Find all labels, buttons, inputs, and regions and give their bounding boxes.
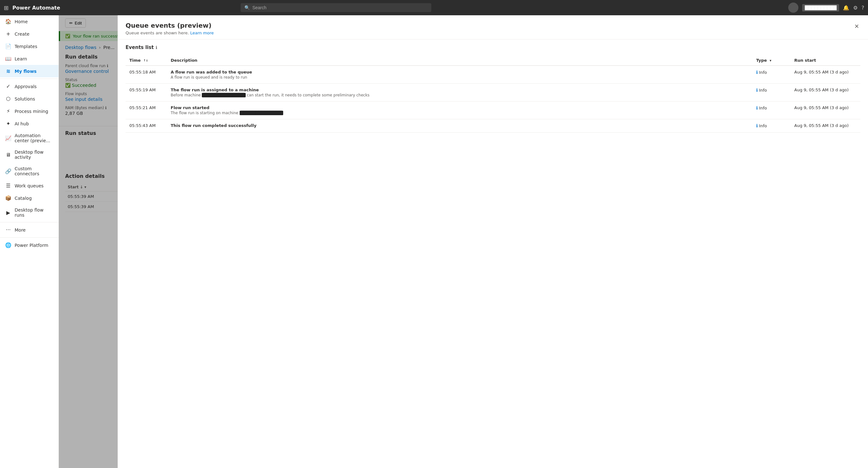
- search-input[interactable]: [252, 5, 428, 10]
- sidebar-item-label: Power Platform: [14, 243, 48, 248]
- templates-icon: 📄: [5, 43, 11, 49]
- panel-close-button[interactable]: ✕: [853, 22, 860, 31]
- grid-icon[interactable]: ⊞: [4, 4, 8, 11]
- app-name: Power Automate: [12, 5, 60, 11]
- events-list-title: Events list ℹ: [126, 45, 860, 50]
- catalog-icon: 📦: [5, 195, 11, 201]
- sidebar-item-learn[interactable]: 📖 Learn: [0, 53, 59, 65]
- sidebar-item-label: Work queues: [14, 183, 43, 188]
- sidebar-item-label: Learn: [14, 56, 27, 61]
- queue-events-panel: Queue events (preview) Queue events are …: [118, 15, 868, 468]
- sidebar-item-solutions[interactable]: ⬡ Solutions: [0, 93, 59, 105]
- col-runstart-header: Run start: [790, 55, 860, 65]
- type-filter-icon[interactable]: ▾: [770, 59, 771, 63]
- sidebar-item-label: AI hub: [14, 121, 29, 126]
- sidebar-divider-3: [0, 237, 59, 238]
- table-row: 05:55:18 AM A flow run was added to the …: [126, 65, 860, 84]
- search-box[interactable]: 🔍: [241, 3, 431, 12]
- event-desc-3: Flow run started The flow run is startin…: [167, 101, 752, 119]
- sidebar-divider: [0, 79, 59, 79]
- event-runstart-4: Aug 9, 05:55 AM (3 d ago): [790, 119, 860, 133]
- sidebar-item-catalog[interactable]: 📦 Catalog: [0, 192, 59, 204]
- col-desc-header: Description: [167, 55, 752, 65]
- sidebar-item-label: Approvals: [14, 84, 36, 89]
- notifications-icon[interactable]: 🔔: [843, 5, 849, 11]
- sidebar-item-label: Automation center (previe...: [14, 133, 53, 143]
- avatar[interactable]: [788, 3, 798, 13]
- redacted-machine-1: ██████████████: [202, 93, 245, 97]
- create-icon: +: [5, 31, 11, 37]
- desktop-flow-runs-icon: ▶: [5, 210, 11, 216]
- help-icon[interactable]: ?: [862, 5, 865, 11]
- sidebar-item-desktop-flow-runs[interactable]: ▶ Desktop flow runs: [0, 204, 59, 221]
- panel-title: Queue events (preview): [126, 22, 214, 29]
- user-name: ██████████: [802, 4, 839, 11]
- event-type-2: ℹ Info: [752, 84, 790, 101]
- sidebar-item-templates[interactable]: 📄 Templates: [0, 40, 59, 53]
- event-desc-2: The flow run is assigned to a machine Be…: [167, 84, 752, 101]
- sidebar-item-desktop-flow-activity[interactable]: 🖥 Desktop flow activity: [0, 146, 59, 163]
- event-desc-1: A flow run was added to the queue A flow…: [167, 65, 752, 84]
- info-icon-1: ℹ: [756, 70, 758, 75]
- settings-icon[interactable]: ⚙: [853, 5, 858, 11]
- event-runstart-3: Aug 9, 05:55 AM (3 d ago): [790, 101, 860, 119]
- topbar: ⊞ Power Automate 🔍 ██████████ 🔔 ⚙ ?: [0, 0, 868, 15]
- learn-icon: 📖: [5, 56, 11, 62]
- panel-header: Queue events (preview) Queue events are …: [118, 15, 868, 39]
- col-time-header: Time ↑↓: [126, 55, 167, 65]
- events-list-info-icon[interactable]: ℹ: [156, 45, 157, 50]
- process-mining-icon: ⚡: [5, 108, 11, 114]
- sidebar-item-automation-center[interactable]: 📈 Automation center (previe...: [0, 130, 59, 146]
- redacted-machine-2: ██████████████: [240, 111, 283, 115]
- sidebar-item-my-flows[interactable]: ≋ My flows: [0, 65, 59, 77]
- sidebar-item-label: My flows: [14, 69, 36, 74]
- sidebar-item-label: Home: [14, 19, 28, 24]
- sidebar-item-custom-connectors[interactable]: 🔗 Custom connectors: [0, 163, 59, 179]
- events-section: Events list ℹ Time ↑↓ Description Type: [118, 39, 868, 468]
- sidebar-item-label: More: [14, 228, 26, 233]
- info-icon-2: ℹ: [756, 87, 758, 93]
- sidebar-item-work-queues[interactable]: ☰ Work queues: [0, 179, 59, 192]
- panel-header-left: Queue events (preview) Queue events are …: [126, 22, 214, 35]
- sidebar-item-label: Custom connectors: [14, 166, 53, 176]
- sidebar-item-create[interactable]: + Create: [0, 28, 59, 40]
- sidebar-item-label: Templates: [14, 44, 37, 49]
- sidebar-item-label: Solutions: [14, 96, 35, 101]
- ai-hub-icon: ✦: [5, 121, 11, 127]
- automation-center-icon: 📈: [5, 135, 11, 141]
- event-type-4: ℹ Info: [752, 119, 790, 133]
- info-icon-3: ℹ: [756, 105, 758, 110]
- search-icon: 🔍: [244, 5, 250, 10]
- sidebar-item-approvals[interactable]: ✓ Approvals: [0, 80, 59, 93]
- event-runstart-1: Aug 9, 05:55 AM (3 d ago): [790, 65, 860, 84]
- work-queues-icon: ☰: [5, 183, 11, 189]
- table-row: 05:55:19 AM The flow run is assigned to …: [126, 84, 860, 101]
- event-type-3: ℹ Info: [752, 101, 790, 119]
- learn-more-link[interactable]: Learn more: [190, 31, 214, 35]
- event-runstart-2: Aug 9, 05:55 AM (3 d ago): [790, 84, 860, 101]
- approvals-icon: ✓: [5, 83, 11, 89]
- sidebar-item-home[interactable]: 🏠 Home: [0, 15, 59, 28]
- custom-connectors-icon: 🔗: [5, 168, 11, 174]
- sidebar-item-process-mining[interactable]: ⚡ Process mining: [0, 105, 59, 117]
- sidebar-item-ai-hub[interactable]: ✦ AI hub: [0, 117, 59, 130]
- event-desc-4: This flow run completed successfully: [167, 119, 752, 133]
- event-time-2: 05:55:19 AM: [126, 84, 167, 101]
- events-table: Time ↑↓ Description Type ▾ Run start: [126, 55, 860, 133]
- event-time-3: 05:55:21 AM: [126, 101, 167, 119]
- sidebar: 🏠 Home + Create 📄 Templates 📖 Learn ≋ My…: [0, 15, 59, 468]
- topbar-actions: ██████████ 🔔 ⚙ ?: [788, 3, 864, 13]
- sidebar-item-more[interactable]: ··· More: [0, 224, 59, 236]
- col-type-header: Type ▾: [752, 55, 790, 65]
- my-flows-icon: ≋: [5, 68, 11, 74]
- sidebar-item-power-platform[interactable]: 🌐 Power Platform: [0, 239, 59, 251]
- sidebar-item-label: Process mining: [14, 109, 48, 114]
- event-time-1: 05:55:18 AM: [126, 65, 167, 84]
- sidebar-item-label: Create: [14, 31, 30, 37]
- event-type-1: ℹ Info: [752, 65, 790, 84]
- close-icon: ✕: [854, 23, 859, 30]
- sidebar-item-label: Desktop flow runs: [14, 207, 53, 217]
- content-area: ✏ Edit ✅ Your flow ran successfully. Des…: [59, 15, 868, 468]
- event-time-4: 05:55:43 AM: [126, 119, 167, 133]
- time-sort-icon[interactable]: ↑↓: [143, 59, 148, 62]
